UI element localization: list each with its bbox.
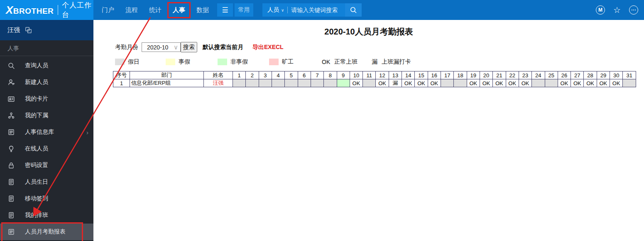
row-department: 信息化部/ERP组 [130,79,204,87]
day-header: 13 [389,71,402,79]
search-category-select[interactable]: 人员 ∨ [262,6,287,14]
sidebar-item-2[interactable]: 我的卡片 [0,91,93,107]
nav-tab-2[interactable]: 统计 [149,0,162,20]
row-employee-name: 汪强 [204,79,233,87]
day-cell: OK [506,79,519,87]
day-header: 29 [597,71,610,79]
logo-divider [58,5,58,15]
nav-tab-0[interactable]: 门户 [102,0,114,20]
quick-access-button[interactable]: 常用 [235,3,253,17]
sidebar-section-label: 人事 [0,44,93,53]
day-cell [324,79,337,87]
day-header: 2 [246,71,259,79]
m-badge-icon[interactable]: M [596,5,605,15]
day-header: 26 [558,71,571,79]
nav-tab-3[interactable]: 人事 [173,0,185,20]
sidebar-item-4[interactable]: 人事信息库› [0,124,93,140]
legend-item-5: 漏上班漏打卡 [372,58,411,66]
legend-swatch [269,59,279,65]
sidebar-item-1[interactable]: 新建人员 [0,74,93,91]
day-header: 16 [428,71,441,79]
day-cell: OK [493,79,506,87]
day-cell: OK [467,79,480,87]
doc-list-icon [7,228,15,236]
doc-icon [7,178,15,186]
legend-label: 上班漏打卡 [382,58,411,66]
legend-label: 事假 [179,58,190,66]
bulb-icon [7,145,15,152]
sidebar-item-6[interactable]: 密码设置 [0,157,93,174]
brand-wordmark: XBROTHER [6,4,54,17]
legend-label: 旷工 [282,58,294,66]
global-search: 人员 ∨ [262,3,362,17]
table-header-row: 序号部门姓名1234567891011121314151617181920212… [113,71,636,79]
search-month-button[interactable]: 搜索 [181,42,197,52]
sidebar-item-5[interactable]: 在线人员 [0,140,93,157]
legend-swatch [166,59,175,65]
day-header: 17 [441,71,454,79]
day-header: 22 [506,71,519,79]
day-header: 8 [324,71,337,79]
top-navbar: XBROTHER 个人工作台 门户流程统计人事数据 ☰ 常用 人员 ∨ M ☆ [0,0,644,20]
app-logo: XBROTHER 个人工作台 [0,0,93,20]
day-cell [623,79,636,87]
day-cell [246,79,259,87]
day-header: 12 [376,71,389,79]
table-row: 1信息化部/ERP组汪强OKOK漏OKOKOKOKOKOKOKOKOKOKOKO… [113,79,636,87]
chevron-down-icon: ∨ [281,8,284,12]
attendance-table: 序号部门姓名1234567891011121314151617181920212… [113,71,636,87]
export-excel-link[interactable]: 导出EXECL [252,44,284,51]
navbar-right-icons: M ☆ [596,0,638,20]
sidebar-item-label: 人员月考勤报表 [25,228,66,236]
sidebar-item-10[interactable]: 人员月考勤报表 [0,224,93,240]
sidebar-item-label: 人员生日 [25,178,48,186]
day-header: 14 [402,71,415,79]
day-cell: OK [584,79,597,87]
col-header-2: 姓名 [204,71,233,79]
menu-icon[interactable]: ☰ [217,3,233,17]
search-input[interactable] [288,7,345,13]
sidebar-item-9[interactable]: 我的排班 [0,207,93,224]
sidebar-item-0[interactable]: 查询人员 [0,57,93,74]
legend-code: 漏 [372,58,377,66]
legend-item-0: 假日 [115,58,140,66]
day-header: 31 [623,71,636,79]
lock-icon [7,162,15,169]
attendance-month-select[interactable]: 2020-10 ∨ [142,42,181,52]
legend-label: 正常上班 [334,58,358,66]
sidebar-item-7[interactable]: 人员生日 [0,174,93,190]
day-cell [545,79,558,87]
sidebar-item-label: 我的排班 [25,211,48,219]
legend-swatch [218,59,227,65]
day-header: 25 [545,71,558,79]
day-cell: OK [571,79,584,87]
legend: 假日事假非事假旷工OK正常上班漏上班漏打卡 [115,58,644,66]
day-cell [454,79,467,87]
day-header: 4 [272,71,284,79]
day-cell [233,79,246,87]
nav-tab-4[interactable]: 数据 [196,0,209,20]
sidebar-menu: 查询人员新建人员我的卡片我的下属人事信息库›在线人员密码设置人员生日移动签到我的… [0,57,93,240]
day-cell [441,79,454,87]
day-header: 20 [480,71,492,79]
sidebar-item-8[interactable]: 移动签到 [0,190,93,207]
table-body: 1信息化部/ERP组汪强OKOK漏OKOKOKOKOKOKOKOKOKOKOKO… [113,79,636,87]
page-title: 2020-10人员月考勤报表 [93,26,644,37]
day-header: 18 [454,71,467,79]
legend-swatch [115,59,125,65]
product-name: 个人工作台 [62,0,93,20]
nav-tab-1[interactable]: 流程 [125,0,138,20]
more-options-icon[interactable] [629,5,638,15]
switch-account-icon[interactable] [25,27,32,34]
search-icon[interactable] [345,3,362,17]
favorite-star-icon[interactable]: ☆ [613,6,621,14]
day-header: 24 [532,71,545,79]
sidebar-item-3[interactable]: 我的下属 [0,107,93,124]
doc-icon [7,195,15,202]
day-header: 15 [415,71,428,79]
day-cell: OK [519,79,531,87]
main-content: 2020-10人员月考勤报表 考勤月份 2020-10 ∨ 搜索 默认搜索当前月… [93,20,644,241]
doc-icon [7,211,15,219]
day-header: 21 [493,71,506,79]
day-header: 3 [259,71,272,79]
